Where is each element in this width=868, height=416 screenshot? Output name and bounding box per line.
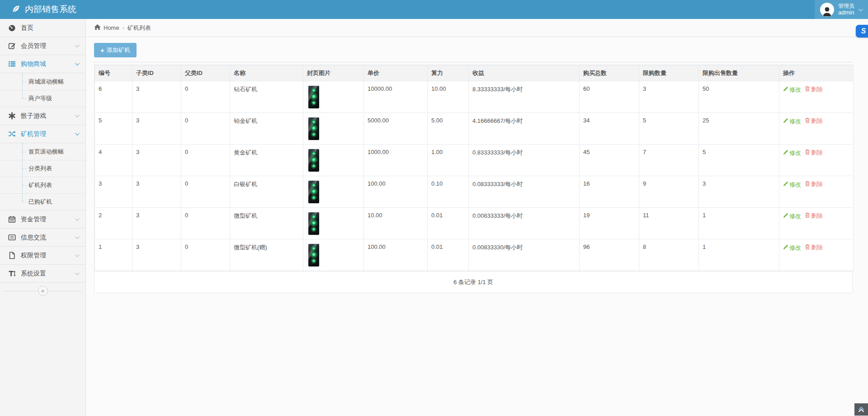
sidebar-item-mall[interactable]: 购物商城	[0, 55, 85, 73]
sidebar-item-permissions[interactable]: 权限管理	[0, 247, 85, 265]
chevron-down-icon	[859, 7, 863, 11]
miner-cover-image	[307, 212, 321, 235]
cell-parent_id: 0	[181, 113, 230, 145]
sidebar-subitem-label: 矿机列表	[28, 181, 52, 189]
cell-name: 黄金矿机	[230, 145, 303, 176]
delete-link[interactable]: 删除	[805, 243, 823, 252]
miner-tower-graphic	[308, 181, 319, 203]
sidebar-subitem-label: 商户等级	[28, 94, 52, 103]
edit-link[interactable]: 修改	[783, 117, 801, 126]
sidebar-subitem-category-list[interactable]: 分类列表	[0, 160, 85, 177]
chevron-down-icon	[75, 43, 80, 47]
pencil-icon	[783, 118, 788, 125]
leaf-logo-icon	[12, 5, 20, 15]
table-row: 330白银矿机100.000.100.08333333/每小时1693修改删除	[95, 176, 854, 208]
main-area: Home › 矿机列表 + 添加矿机 编号子类ID父类ID名称封页图片单价算力收…	[86, 19, 868, 416]
cell-cover-image	[303, 176, 364, 208]
sidebar-subitem-merchant-level[interactable]: 商户等级	[0, 90, 85, 107]
cell-actions: 修改删除	[779, 208, 854, 239]
delete-link[interactable]: 删除	[805, 212, 823, 220]
sidebar: 首页会员管理购物商城商城滚动横幅商户等级骰子游戏矿机管理首页滚动横幅分类列表矿机…	[0, 19, 86, 416]
cell-income: 0.00833333/每小时	[469, 208, 580, 239]
cell-price: 10.00	[364, 208, 428, 239]
trash-icon	[805, 244, 810, 251]
cell-limit_sell: 5	[699, 145, 779, 176]
cell-cover-image	[303, 239, 364, 271]
table-row: 630钻石矿机10000.0010.008.33333333/每小时60350修…	[95, 81, 854, 113]
cell-purchased: 60	[580, 81, 639, 113]
chevron-down-icon	[75, 252, 80, 257]
cell-name: 铂金矿机	[230, 113, 303, 145]
sidebar-item-dice[interactable]: 骰子游戏	[0, 107, 85, 125]
cell-income: 0.00833330/每小时	[469, 239, 580, 271]
sidebar-subitem-home-banner[interactable]: 首页滚动横幅	[0, 143, 85, 160]
delete-link[interactable]: 删除	[805, 180, 823, 188]
column-header: 限购数量	[639, 65, 699, 81]
sidebar-item-members[interactable]: 会员管理	[0, 37, 85, 55]
cell-sub_id: 3	[132, 176, 181, 208]
cell-sub_id: 3	[132, 239, 181, 271]
trash-icon	[805, 181, 810, 188]
cell-cover-image	[303, 81, 364, 113]
user-menu[interactable]: 管理员 admin	[815, 0, 868, 19]
browser-plugin-icon[interactable]: S	[856, 25, 868, 37]
cell-power: 0.01	[428, 239, 469, 271]
sidebar-collapse-button[interactable]: «	[38, 286, 48, 296]
sidebar-item-label: 骰子游戏	[21, 112, 75, 120]
sidebar-subitem-label: 已购矿机	[28, 198, 52, 206]
cell-limit_buy: 3	[639, 81, 699, 113]
user-name: admin	[838, 9, 854, 16]
column-header: 子类ID	[132, 65, 181, 81]
cell-price: 5000.00	[364, 113, 428, 145]
back-to-top-button[interactable]	[854, 403, 868, 416]
cell-price: 10000.00	[364, 81, 428, 113]
cell-income: 0.83333333/每小时	[469, 145, 580, 176]
sidebar-item-messages[interactable]: 信息交流	[0, 229, 85, 247]
cell-limit_buy: 8	[639, 239, 699, 271]
miner-table: 编号子类ID父类ID名称封页图片单价算力收益购买总数限购数量限购出售数量操作 6…	[94, 65, 854, 271]
cell-limit_buy: 9	[639, 176, 699, 208]
pencil-icon	[783, 86, 788, 93]
cell-parent_id: 0	[181, 208, 230, 239]
edit-link[interactable]: 修改	[783, 86, 801, 94]
pencil-icon	[783, 181, 788, 188]
sidebar-subitem-miner-list[interactable]: 矿机列表	[0, 177, 85, 193]
miner-tower-graphic	[308, 86, 319, 108]
edit-link[interactable]: 修改	[783, 149, 801, 157]
text-icon	[8, 270, 16, 277]
sidebar-subitem-mall-banner[interactable]: 商城滚动横幅	[0, 73, 85, 90]
delete-link[interactable]: 删除	[805, 149, 823, 157]
sidebar-item-home[interactable]: 首页	[0, 19, 85, 37]
sidebar-subitem-label: 首页滚动横幅	[28, 148, 64, 156]
sidebar-item-funds[interactable]: 资金管理	[0, 210, 85, 229]
sidebar-item-label: 权限管理	[21, 252, 75, 260]
breadcrumb-home-link[interactable]: Home	[94, 24, 119, 32]
avatar	[820, 3, 834, 17]
breadcrumb-current: 矿机列表	[127, 24, 151, 32]
sidebar-item-label: 会员管理	[21, 42, 75, 50]
cell-limit_sell: 3	[699, 176, 779, 208]
cell-actions: 修改删除	[779, 145, 854, 176]
delete-link[interactable]: 删除	[805, 85, 823, 93]
cell-cover-image	[303, 145, 364, 176]
edit-link[interactable]: 修改	[783, 244, 801, 252]
edit-icon	[8, 42, 16, 50]
miner-cover-image	[307, 180, 321, 204]
cell-actions: 修改删除	[779, 81, 854, 113]
sidebar-subitem-purchased-miners[interactable]: 已购矿机	[0, 193, 85, 210]
asterisk-icon	[8, 112, 16, 120]
add-miner-button[interactable]: + 添加矿机	[94, 43, 137, 57]
cell-purchased: 34	[580, 113, 639, 145]
cell-name: 白银矿机	[230, 176, 303, 208]
edit-link[interactable]: 修改	[783, 212, 801, 220]
sidebar-item-settings[interactable]: 系统设置	[0, 265, 85, 283]
miner-tower-graphic	[308, 212, 319, 235]
miner-table-panel: 编号子类ID父类ID名称封页图片单价算力收益购买总数限购数量限购出售数量操作 6…	[94, 65, 853, 293]
delete-link[interactable]: 删除	[805, 117, 823, 125]
cell-power: 0.01	[428, 208, 469, 239]
sidebar-item-miners[interactable]: 矿机管理	[0, 125, 85, 143]
home-icon	[94, 24, 101, 32]
cell-power: 0.10	[428, 176, 469, 208]
edit-link[interactable]: 修改	[783, 181, 801, 189]
cell-cover-image	[303, 113, 364, 145]
